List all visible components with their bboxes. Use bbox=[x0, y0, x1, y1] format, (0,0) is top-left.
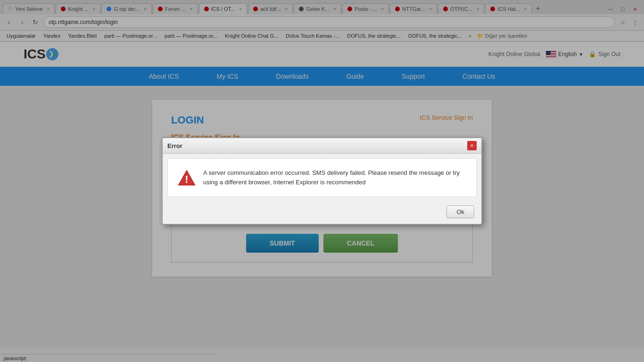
ok-button[interactable]: Ok bbox=[446, 206, 474, 218]
error-dialog: Error × ! A server communication error o… bbox=[162, 137, 482, 225]
dialog-close-button[interactable]: × bbox=[467, 141, 477, 150]
error-message: A server communication error occurred. S… bbox=[203, 168, 467, 187]
error-dialog-title: Error bbox=[167, 142, 182, 149]
error-dialog-overlay: Error × ! A server communication error o… bbox=[0, 0, 644, 347]
error-dialog-body: ! A server communication error occurred.… bbox=[167, 158, 477, 197]
error-triangle-icon: ! bbox=[177, 168, 196, 187]
error-dialog-header: Error × bbox=[163, 138, 481, 154]
svg-text:!: ! bbox=[185, 173, 188, 185]
error-dialog-footer: Ok bbox=[163, 202, 481, 224]
